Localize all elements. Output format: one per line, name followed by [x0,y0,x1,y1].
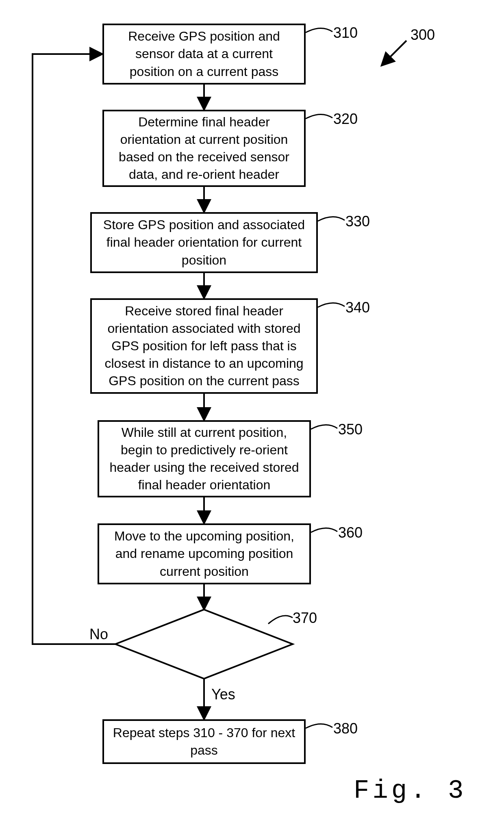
box-320-text: Determine final header orientation at cu… [112,113,296,184]
leader-320-icon [306,114,332,119]
figure-label: Fig. 3 [354,776,467,805]
leader-380-icon [306,724,332,728]
process-box-350: While still at current position, begin t… [98,420,311,497]
process-box-380: Repeat steps 310 - 370 for next pass [102,719,306,764]
process-box-320: Determine final header orientation at cu… [102,110,306,187]
flowchart-canvas: 300 Receive GPS position and sensor data… [0,0,504,816]
ref-300-label: 300 [411,26,435,43]
leader-330-icon [318,217,345,221]
process-box-360: Move to the upcoming position, and renam… [98,523,311,584]
ref-340-label: 340 [345,299,370,316]
box-360-text: Move to the upcoming position, and renam… [107,527,301,580]
box-310-text: Receive GPS position and sensor data at … [112,28,296,80]
ref-360-label: 360 [338,524,363,541]
ref-330-label: 330 [345,213,370,230]
leader-310-icon [306,28,332,33]
edge-yes-label: Yes [211,686,235,703]
box-380-text: Repeat steps 310 - 370 for next pass [112,724,296,759]
leader-370-icon [268,616,293,624]
box-330-text: Store GPS position and associated final … [100,216,308,269]
ref-380-label: 380 [333,720,358,737]
process-box-330: Store GPS position and associated final … [90,212,318,273]
leader-350-icon [311,425,337,429]
process-box-310: Receive GPS position and sensor data at … [102,24,306,85]
ref-310-label: 310 [333,24,358,41]
leader-340-icon [318,303,345,307]
box-350-text: While still at current position, begin t… [107,424,301,494]
decision-370-text: Is current pass complete ? [154,631,256,665]
ref-370-label: 370 [293,610,317,627]
box-340-text: Receive stored final header orientation … [100,302,308,390]
edge-no-label: No [89,626,108,643]
process-box-340: Receive stored final header orientation … [90,298,318,394]
ref-350-label: 350 [338,421,363,438]
ref-320-label: 320 [333,111,358,128]
leader-360-icon [311,528,337,532]
pointer-300-icon [382,41,406,65]
